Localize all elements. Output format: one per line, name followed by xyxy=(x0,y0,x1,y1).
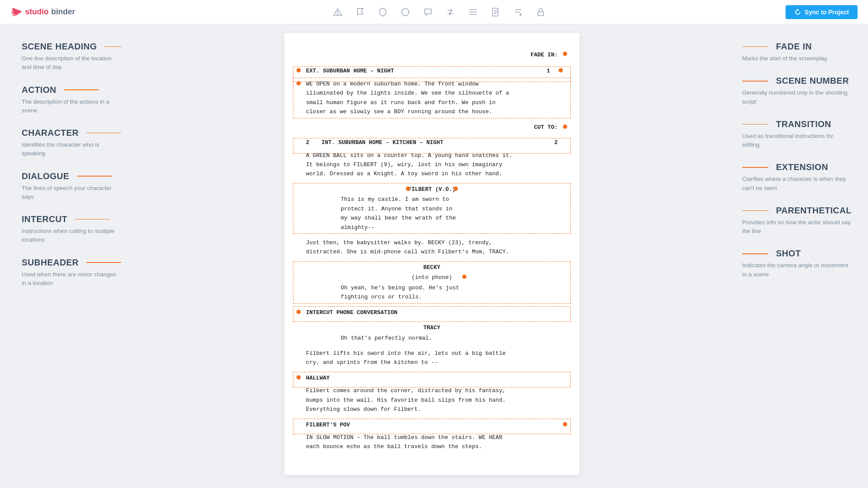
left-sidebar: SCENE HEADING One line description of th… xyxy=(0,24,135,488)
sidebar-title-action: ACTION xyxy=(22,85,122,95)
svg-point-2 xyxy=(337,13,338,14)
dot-paren xyxy=(462,275,467,279)
right-item-transition: TRANSITION Used as transitional instruct… xyxy=(742,119,851,150)
dot-subheader xyxy=(296,375,301,380)
swap-icon[interactable] xyxy=(445,7,456,17)
dialogue2: Oh yeah, he's being good. He's justfight… xyxy=(341,283,523,302)
sort-icon[interactable] xyxy=(513,7,523,17)
logo-studio: studio xyxy=(25,7,49,16)
scene1-action: WE OPEN on a modern suburban home. The f… xyxy=(306,79,558,117)
sidebar-item-scene-heading: SCENE HEADING One line description of th… xyxy=(22,42,122,72)
circle-icon[interactable] xyxy=(400,7,411,17)
right-desc-fade-in: Marks the start of the screenplay. xyxy=(742,54,851,63)
sidebar-desc-subheader: Used when there are minor changes in a l… xyxy=(22,270,122,288)
shot-line: FILBERT'S POV xyxy=(306,420,558,429)
right-title-transition: TRANSITION xyxy=(742,119,851,129)
dot-intercut xyxy=(296,310,301,314)
script-page: FADE IN: EXT. SUBURBAN HOME – NIGHT 1 xyxy=(284,33,579,475)
dot-scene1-left xyxy=(296,68,301,72)
sidebar-desc-character: Identifies the character who is speaking xyxy=(22,141,122,158)
sidebar-title-dialogue: DIALOGUE xyxy=(22,171,122,181)
script-area: FADE IN: EXT. SUBURBAN HOME – NIGHT 1 xyxy=(135,24,729,488)
right-item-parenthetical: PARENTHETICAL Provides info on how the a… xyxy=(742,206,851,236)
char1-line: FILBERT (V.O.) xyxy=(306,185,558,194)
right-desc-shot: Indicates the camera angle or movement i… xyxy=(742,261,851,279)
sidebar-item-dialogue: DIALOGUE The lines of speech your charac… xyxy=(22,171,122,202)
dot-transition xyxy=(563,124,567,129)
sidebar-desc-dialogue: The lines of speech your character says xyxy=(22,184,122,202)
sidebar-item-subheader: SUBHEADER Used when there are minor chan… xyxy=(22,258,122,288)
right-desc-transition: Used as transitional instructions for ed… xyxy=(742,132,851,150)
right-desc-parenthetical: Provides info on how the actor should sa… xyxy=(742,218,851,236)
dialogue1: This is my castle. I am sworn toprotect … xyxy=(341,195,523,232)
paren1-line: (into phone) xyxy=(306,273,558,282)
sidebar-title-intercut: INTERCUT xyxy=(22,214,122,224)
char2-line: BECKY xyxy=(306,263,558,272)
logo: studiobinder xyxy=(10,7,75,17)
right-item-shot: SHOT Indicates the camera angle or movem… xyxy=(742,249,851,279)
lock-icon[interactable] xyxy=(536,7,546,17)
sidebar-title-character: CHARACTER xyxy=(22,128,122,138)
sidebar-desc-scene-heading: One line description of the location and… xyxy=(22,54,122,72)
right-title-fade-in: FADE IN xyxy=(742,42,851,52)
comment-icon[interactable] xyxy=(423,7,433,17)
dot-char1-right xyxy=(454,187,458,191)
topnav: studiobinder xyxy=(0,0,868,24)
right-title-parenthetical: PARENTHETICAL xyxy=(742,206,851,216)
right-item-extension: EXTENSION Clarifies where a character is… xyxy=(742,162,851,193)
dot-shot xyxy=(563,422,567,426)
transition-line: CUT TO: xyxy=(306,123,558,132)
scene2-action: A GREEN BALL sits on a counter top. A yo… xyxy=(306,151,558,179)
nav-icons xyxy=(92,7,786,17)
action4: Filbert comes around the corner, distrac… xyxy=(306,386,558,414)
sync-button[interactable]: Sync to Project xyxy=(786,5,858,19)
svg-point-4 xyxy=(401,8,409,16)
char3-line: TRACY xyxy=(306,323,558,332)
action5: IN SLOW MOTION – The ball tumbles down t… xyxy=(306,433,558,452)
right-item-scene-number: SCENE NUMBER Generally numbered only in … xyxy=(742,76,851,106)
action2: Just then, the babysitter walks by. BECK… xyxy=(306,238,558,257)
document-icon[interactable] xyxy=(490,7,501,17)
right-sidebar: FADE IN Marks the start of the screenpla… xyxy=(729,24,868,488)
shield-icon[interactable] xyxy=(378,7,388,17)
dot-char1-left xyxy=(406,187,410,191)
dot-fade-in xyxy=(563,52,567,56)
main-layout: SCENE HEADING One line description of th… xyxy=(0,24,868,488)
list-icon[interactable] xyxy=(468,7,478,17)
sidebar-item-character: CHARACTER Identifies the character who i… xyxy=(22,128,122,158)
right-desc-extension: Clarifies where a character is when they… xyxy=(742,175,851,193)
svg-rect-15 xyxy=(538,12,543,16)
sidebar-desc-intercut: Instructions when cutting to multiple lo… xyxy=(22,227,122,245)
right-title-scene-number: SCENE NUMBER xyxy=(742,76,851,86)
fade-in-line: FADE IN: xyxy=(306,50,558,59)
sidebar-desc-action: The description of the actions in a scen… xyxy=(22,98,122,115)
scene1-heading: EXT. SUBURBAN HOME – NIGHT 1 xyxy=(306,66,558,75)
scenes-icon[interactable] xyxy=(332,7,343,17)
action3: Filbert lifts his sword into the air, le… xyxy=(306,349,558,367)
dot-scene1-action xyxy=(296,81,301,85)
right-title-extension: EXTENSION xyxy=(742,162,851,172)
dot-scene1-right xyxy=(559,68,563,72)
right-desc-scene-number: Generally numbered only in the shooting … xyxy=(742,88,851,106)
sidebar-item-intercut: INTERCUT Instructions when cutting to mu… xyxy=(22,214,122,245)
intercut-line: INTERCUT PHONE CONVERSATION xyxy=(306,308,558,317)
logo-binder: binder xyxy=(51,7,75,16)
dialogue3: Oh that's perfectly normal. xyxy=(341,334,523,343)
flag-icon[interactable] xyxy=(355,7,365,17)
sidebar-item-action: ACTION The description of the actions in… xyxy=(22,85,122,115)
sidebar-title-subheader: SUBHEADER xyxy=(22,258,122,268)
right-title-shot: SHOT xyxy=(742,249,851,259)
scene2-heading: 2 INT. SUBURBAN HOME – KITCHEN – NIGHT 2 xyxy=(306,138,558,147)
subheader-line: HALLWAY xyxy=(306,373,558,383)
right-item-fade-in: FADE IN Marks the start of the screenpla… xyxy=(742,42,851,63)
sidebar-title-scene-heading: SCENE HEADING xyxy=(22,42,122,52)
